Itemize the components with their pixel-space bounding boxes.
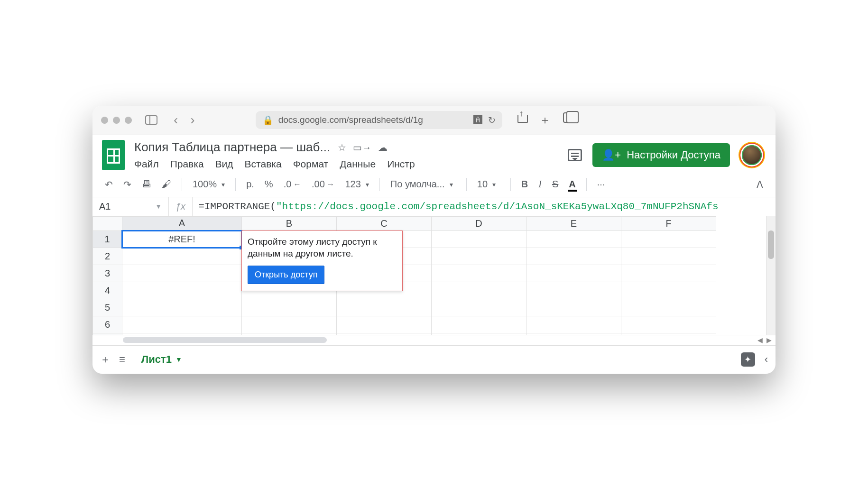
- cell[interactable]: [242, 299, 337, 316]
- formula-input[interactable]: =IMPORTRANGE("https://docs.google.com/sp…: [193, 201, 776, 212]
- sheet-tab-active[interactable]: Лист1 ▼: [134, 349, 190, 370]
- sheets-logo-icon[interactable]: [102, 140, 125, 170]
- more-formats-dropdown[interactable]: 123: [342, 177, 371, 192]
- row-header-6[interactable]: 6: [93, 316, 122, 333]
- share-page-icon[interactable]: [517, 112, 527, 123]
- cell[interactable]: [621, 265, 716, 282]
- vertical-scrollbar[interactable]: [766, 216, 776, 335]
- cell[interactable]: [526, 265, 621, 282]
- cell[interactable]: [242, 316, 337, 333]
- cell[interactable]: [337, 333, 432, 335]
- cell[interactable]: [526, 282, 621, 299]
- cell[interactable]: [122, 282, 242, 299]
- horizontal-scrollbar[interactable]: [123, 337, 327, 343]
- menu-file[interactable]: Файл: [134, 158, 159, 170]
- cell[interactable]: [122, 333, 242, 335]
- add-sheet-button[interactable]: ＋: [100, 352, 111, 367]
- close-window-icon[interactable]: [101, 117, 108, 124]
- row-header-7[interactable]: 7: [93, 333, 122, 335]
- cell[interactable]: [337, 316, 432, 333]
- bold-button[interactable]: B: [518, 177, 531, 192]
- cell[interactable]: [432, 299, 526, 316]
- increase-decimal-button[interactable]: .00→: [309, 177, 337, 192]
- move-icon[interactable]: ▭→: [353, 142, 371, 153]
- cell[interactable]: [526, 299, 621, 316]
- decrease-decimal-button[interactable]: .0←: [281, 177, 304, 192]
- undo-icon[interactable]: ↶: [102, 177, 116, 192]
- format-currency-button[interactable]: р.: [243, 177, 257, 192]
- paint-format-icon[interactable]: 🖌: [159, 177, 174, 192]
- cell[interactable]: [526, 333, 621, 335]
- row-header-5[interactable]: 5: [93, 299, 122, 316]
- strikethrough-button[interactable]: S: [549, 177, 561, 192]
- reload-icon[interactable]: ↻: [488, 115, 496, 126]
- column-header-F[interactable]: F: [621, 216, 716, 230]
- cell[interactable]: [621, 299, 716, 316]
- cell[interactable]: [621, 248, 716, 265]
- collapse-toolbar-icon[interactable]: ᐱ: [754, 177, 766, 192]
- cell[interactable]: [242, 333, 337, 335]
- sidebar-toggle-icon[interactable]: [145, 115, 157, 125]
- italic-button[interactable]: I: [536, 177, 545, 192]
- zoom-dropdown[interactable]: 100%: [190, 177, 228, 192]
- comments-icon[interactable]: [568, 149, 582, 161]
- cell[interactable]: [122, 316, 242, 333]
- all-sheets-button[interactable]: ≡: [119, 353, 125, 366]
- cell[interactable]: [122, 248, 242, 265]
- cell-D1[interactable]: [432, 230, 526, 248]
- toolbar-more-button[interactable]: ···: [594, 177, 608, 192]
- menu-tools[interactable]: Инстр: [387, 158, 415, 170]
- column-header-E[interactable]: E: [526, 216, 621, 230]
- allow-access-button[interactable]: Открыть доступ: [248, 266, 324, 284]
- share-button[interactable]: 👤+ Настройки Доступа: [592, 143, 730, 167]
- print-icon[interactable]: 🖶: [139, 177, 154, 192]
- cell[interactable]: [432, 265, 526, 282]
- menu-data[interactable]: Данные: [340, 158, 376, 170]
- scrollbar-thumb[interactable]: [768, 230, 774, 259]
- translate-icon[interactable]: 🅰: [473, 115, 482, 125]
- row-header-3[interactable]: 3: [93, 265, 122, 282]
- forward-button[interactable]: ›: [186, 112, 198, 128]
- column-header-D[interactable]: D: [432, 216, 526, 230]
- cell[interactable]: [621, 282, 716, 299]
- column-header-C[interactable]: C: [337, 216, 432, 230]
- cell[interactable]: [432, 333, 526, 335]
- cell[interactable]: [526, 248, 621, 265]
- cell-F1[interactable]: [621, 230, 716, 248]
- scroll-right-icon[interactable]: ▶: [766, 336, 772, 344]
- cell[interactable]: [432, 282, 526, 299]
- font-size-dropdown[interactable]: 10: [474, 177, 503, 192]
- menu-view[interactable]: Вид: [215, 158, 233, 170]
- cell[interactable]: [122, 299, 242, 316]
- side-panel-toggle-icon[interactable]: ‹: [765, 353, 768, 366]
- cell[interactable]: [621, 316, 716, 333]
- row-header-2[interactable]: 2: [93, 248, 122, 265]
- cell[interactable]: [621, 333, 716, 335]
- menu-edit[interactable]: Правка: [170, 158, 204, 170]
- name-box[interactable]: A1 ▼: [92, 201, 168, 212]
- cell[interactable]: [526, 316, 621, 333]
- cloud-status-icon[interactable]: ☁: [378, 142, 388, 153]
- cell[interactable]: [432, 248, 526, 265]
- cell[interactable]: [337, 299, 432, 316]
- maximize-window-icon[interactable]: [125, 117, 132, 124]
- text-color-button[interactable]: A: [566, 177, 578, 192]
- row-header-4[interactable]: 4: [93, 282, 122, 299]
- scroll-left-icon[interactable]: ◀: [757, 336, 763, 344]
- address-bar[interactable]: 🔒 docs.google.com/spreadsheets/d/1g 🅰 ↻: [256, 111, 502, 129]
- redo-icon[interactable]: ↷: [120, 177, 134, 192]
- select-all-corner[interactable]: [93, 216, 122, 230]
- account-avatar[interactable]: [740, 144, 763, 166]
- cell-A1[interactable]: #REF!: [122, 230, 242, 248]
- cell-E1[interactable]: [526, 230, 621, 248]
- cell[interactable]: [432, 316, 526, 333]
- menu-insert[interactable]: Вставка: [245, 158, 282, 170]
- cell[interactable]: [122, 265, 242, 282]
- tabs-overview-icon[interactable]: [563, 112, 573, 123]
- row-header-1[interactable]: 1: [93, 230, 122, 248]
- back-button[interactable]: ‹: [170, 112, 182, 128]
- minimize-window-icon[interactable]: [113, 117, 120, 124]
- explore-icon[interactable]: ✦: [741, 352, 755, 367]
- column-header-A[interactable]: A: [122, 216, 242, 230]
- new-tab-icon[interactable]: ＋: [539, 112, 551, 128]
